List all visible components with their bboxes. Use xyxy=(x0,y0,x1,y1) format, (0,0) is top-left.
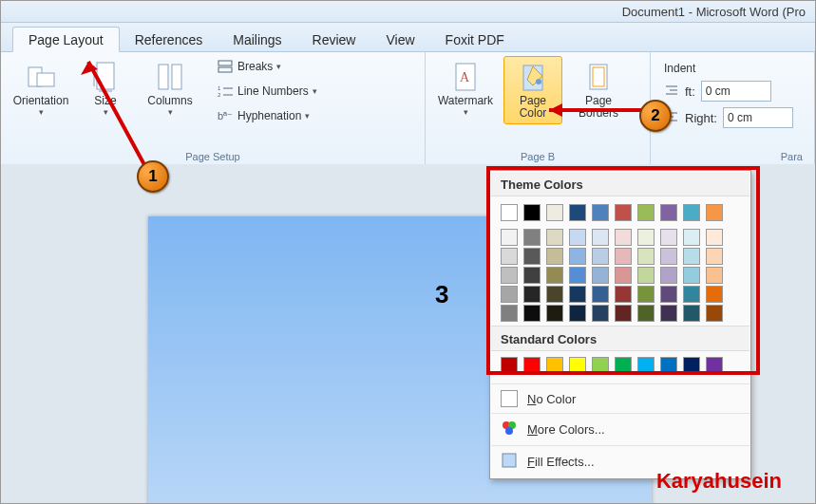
color-swatch[interactable] xyxy=(501,267,518,284)
color-swatch[interactable] xyxy=(706,305,723,322)
color-swatch[interactable] xyxy=(706,286,723,303)
page-color-icon xyxy=(517,61,549,93)
color-swatch[interactable] xyxy=(706,248,723,265)
color-swatch[interactable] xyxy=(660,357,677,374)
color-swatch[interactable] xyxy=(615,357,632,374)
color-swatch[interactable] xyxy=(615,305,632,322)
dropdown-icon: ▾ xyxy=(313,86,317,96)
color-swatch[interactable] xyxy=(569,248,586,265)
line-numbers-icon: 12 xyxy=(217,84,234,99)
line-numbers-button[interactable]: 12 Line Numbers ▾ xyxy=(212,81,322,102)
color-swatch[interactable] xyxy=(683,286,700,303)
watermark-label: Watermark xyxy=(438,95,493,107)
tab-review[interactable]: Review xyxy=(297,28,371,51)
svg-text:2: 2 xyxy=(218,92,221,98)
color-swatch[interactable] xyxy=(569,229,586,246)
color-swatch[interactable] xyxy=(683,248,700,265)
color-swatch[interactable] xyxy=(546,305,563,322)
color-swatch[interactable] xyxy=(569,305,586,322)
color-swatch[interactable] xyxy=(683,305,700,322)
color-swatch[interactable] xyxy=(592,267,609,284)
color-swatch[interactable] xyxy=(615,248,632,265)
color-swatch[interactable] xyxy=(592,229,609,246)
color-swatch[interactable] xyxy=(546,286,563,303)
color-swatch[interactable] xyxy=(683,357,700,374)
color-swatch[interactable] xyxy=(501,248,518,265)
color-swatch[interactable] xyxy=(592,248,609,265)
color-swatch[interactable] xyxy=(523,248,541,265)
color-swatch[interactable] xyxy=(569,204,586,221)
color-swatch[interactable] xyxy=(569,267,586,284)
color-swatch[interactable] xyxy=(546,357,563,374)
svg-text:A: A xyxy=(460,70,470,84)
color-swatch[interactable] xyxy=(683,204,700,221)
color-swatch[interactable] xyxy=(706,357,723,374)
color-swatch[interactable] xyxy=(660,267,677,284)
color-swatch[interactable] xyxy=(501,305,518,322)
orientation-button[interactable]: Orientation ▾ xyxy=(9,56,73,121)
paragraph-title: Para xyxy=(658,151,807,164)
color-swatch[interactable] xyxy=(592,204,609,221)
color-swatch[interactable] xyxy=(637,286,655,303)
color-swatch[interactable] xyxy=(660,204,677,221)
color-swatch[interactable] xyxy=(660,229,677,246)
color-swatch[interactable] xyxy=(523,229,541,246)
color-swatch[interactable] xyxy=(683,229,700,246)
color-swatch[interactable] xyxy=(523,305,541,322)
more-colors-item[interactable]: More Colors... xyxy=(491,413,750,445)
color-swatch[interactable] xyxy=(660,305,677,322)
color-swatch[interactable] xyxy=(501,357,518,374)
indent-right-label: Right: xyxy=(685,111,717,125)
color-swatch[interactable] xyxy=(501,229,518,246)
color-swatch[interactable] xyxy=(523,357,541,374)
paragraph-group: Indent ft: 0 cm Right: 0 cm Para xyxy=(651,52,815,166)
color-swatch[interactable] xyxy=(615,204,632,221)
color-swatch[interactable] xyxy=(637,248,655,265)
color-swatch[interactable] xyxy=(546,229,563,246)
color-swatch[interactable] xyxy=(660,248,677,265)
color-swatch[interactable] xyxy=(501,286,518,303)
color-swatch[interactable] xyxy=(546,267,563,284)
indent-right-field[interactable]: 0 cm xyxy=(723,107,793,128)
hyphenation-icon: bª⁻ xyxy=(217,108,234,123)
color-swatch[interactable] xyxy=(615,267,632,284)
color-swatch[interactable] xyxy=(660,286,677,303)
no-color-item[interactable]: No Color xyxy=(491,383,750,413)
color-swatch[interactable] xyxy=(501,204,518,221)
color-swatch[interactable] xyxy=(637,229,655,246)
color-swatch[interactable] xyxy=(523,267,541,284)
color-swatch[interactable] xyxy=(706,229,723,246)
dropdown-icon: ▾ xyxy=(276,62,281,71)
color-swatch[interactable] xyxy=(637,305,655,322)
breaks-button[interactable]: Breaks ▾ xyxy=(212,56,322,77)
color-swatch[interactable] xyxy=(592,305,609,322)
theme-colors-header: Theme Colors xyxy=(491,172,750,196)
line-numbers-label: Line Numbers xyxy=(237,84,309,98)
tab-view[interactable]: View xyxy=(370,28,429,51)
fill-effects-icon xyxy=(501,452,518,472)
color-swatch[interactable] xyxy=(569,357,586,374)
orientation-label: Orientation xyxy=(13,95,69,107)
watermark-text: Karyahusein xyxy=(656,469,782,494)
color-swatch[interactable] xyxy=(615,286,632,303)
color-swatch[interactable] xyxy=(592,286,609,303)
hyphenation-button[interactable]: bª⁻ Hyphenation ▾ xyxy=(212,105,322,126)
color-swatch[interactable] xyxy=(569,286,586,303)
color-swatch[interactable] xyxy=(637,204,655,221)
color-swatch[interactable] xyxy=(546,204,563,221)
svg-rect-6 xyxy=(172,65,181,89)
color-swatch[interactable] xyxy=(683,267,700,284)
color-swatch[interactable] xyxy=(546,248,563,265)
color-swatch[interactable] xyxy=(592,357,609,374)
color-swatch[interactable] xyxy=(637,267,655,284)
color-swatch[interactable] xyxy=(523,286,541,303)
color-swatch[interactable] xyxy=(615,229,632,246)
watermark-button[interactable]: A Watermark ▾ xyxy=(433,56,498,121)
color-swatch[interactable] xyxy=(706,204,723,221)
color-swatch[interactable] xyxy=(637,357,655,374)
color-swatch[interactable] xyxy=(706,267,723,284)
color-swatch[interactable] xyxy=(523,204,541,221)
indent-left-field[interactable]: 0 cm xyxy=(701,81,771,102)
tab-foxit-pdf[interactable]: Foxit PDF xyxy=(430,28,520,51)
tab-mailings[interactable]: Mailings xyxy=(218,28,296,51)
